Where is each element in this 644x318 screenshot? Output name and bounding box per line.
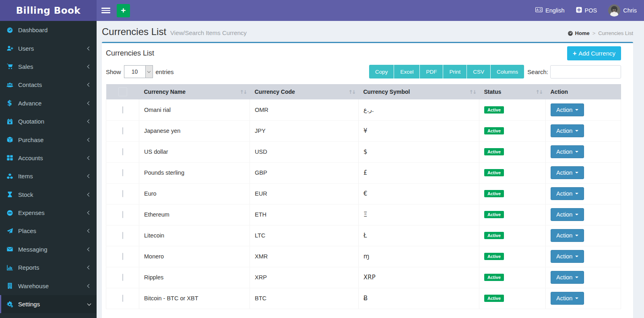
sidebar-item-reports[interactable]: Reports bbox=[0, 258, 97, 277]
row-checkbox[interactable] bbox=[122, 169, 123, 176]
action-dropdown-button[interactable]: Action bbox=[551, 271, 584, 284]
sidebar-item-purchase[interactable]: Purchase bbox=[0, 130, 97, 149]
sidebar-item-expenses[interactable]: Expenses bbox=[0, 204, 97, 222]
sort-icon[interactable]: ↑↓ bbox=[349, 89, 355, 95]
row-select-cell bbox=[106, 204, 139, 225]
currency-name-cell: Ethereum bbox=[139, 204, 250, 225]
copy-export-button[interactable]: Copy bbox=[369, 65, 394, 78]
table-row: RipplesXRPXRPActiveAction bbox=[106, 267, 621, 288]
sidebar-item-contacts[interactable]: Contacts bbox=[0, 76, 97, 94]
add-currency-button[interactable]: + Add Currency bbox=[567, 46, 621, 60]
bar-chart-icon bbox=[6, 264, 13, 271]
caret-down-icon bbox=[575, 130, 578, 132]
chevron-left-icon bbox=[87, 247, 91, 251]
row-checkbox[interactable] bbox=[122, 106, 123, 114]
column-header-currency-code[interactable]: Currency Code↑↓ bbox=[250, 84, 359, 99]
print-export-button[interactable]: Print bbox=[443, 65, 467, 78]
action-dropdown-button[interactable]: Action bbox=[551, 145, 584, 158]
sidebar-item-warehouse[interactable]: Warehouse bbox=[0, 277, 97, 295]
column-header-currency-symbol[interactable]: Currency Symbol↑↓ bbox=[359, 84, 479, 99]
column-label: Currency Name bbox=[144, 89, 186, 95]
avatar bbox=[608, 4, 620, 17]
sidebar-item-quotation[interactable]: Quotation bbox=[0, 112, 97, 130]
users-icon bbox=[6, 82, 13, 88]
language-menu[interactable]: English bbox=[535, 7, 565, 14]
chevron-left-icon bbox=[87, 192, 91, 196]
currency-name-cell: Litecoin bbox=[139, 225, 250, 246]
action-dropdown-button[interactable]: Action bbox=[551, 250, 584, 263]
row-checkbox[interactable] bbox=[122, 253, 123, 260]
caret-down-icon bbox=[575, 277, 578, 278]
sort-icon[interactable]: ↑↓ bbox=[240, 89, 247, 95]
row-select-cell bbox=[106, 141, 139, 162]
page-length-select[interactable]: 10 bbox=[124, 65, 153, 78]
currencies-table: Currency Name↑↓Currency Code↑↓Currency S… bbox=[106, 84, 621, 309]
sidebar-item-accounts[interactable]: Accounts bbox=[0, 149, 97, 167]
user-menu[interactable]: Chris bbox=[608, 4, 637, 17]
table-row: Pounds sterlingGBP£ActiveAction bbox=[106, 162, 621, 183]
sidebar-item-messaging[interactable]: Messaging bbox=[0, 240, 97, 258]
building-icon bbox=[6, 283, 13, 289]
action-dropdown-button[interactable]: Action bbox=[551, 187, 584, 200]
chevron-left-icon bbox=[87, 46, 91, 50]
app-logo[interactable]: Billing Book bbox=[0, 0, 97, 21]
excel-export-button[interactable]: Excel bbox=[394, 65, 420, 78]
dashboard-icon bbox=[6, 27, 13, 33]
column-header-currency-name[interactable]: Currency Name↑↓ bbox=[139, 84, 250, 99]
search-input[interactable] bbox=[550, 65, 621, 78]
sidebar-item-settings[interactable]: Settings bbox=[0, 295, 97, 313]
row-checkbox[interactable] bbox=[122, 127, 123, 134]
column-header-status[interactable]: Status↑↓ bbox=[479, 84, 546, 99]
chevron-left-icon bbox=[87, 83, 91, 87]
quick-add-button[interactable]: + bbox=[117, 4, 130, 17]
breadcrumb: Home > Currencies List bbox=[568, 30, 633, 36]
csv-export-button[interactable]: CSV bbox=[467, 65, 491, 78]
action-dropdown-button[interactable]: Action bbox=[551, 292, 584, 305]
row-select-cell bbox=[106, 183, 139, 204]
sort-icon[interactable]: ↑↓ bbox=[536, 89, 543, 95]
caret-down-icon bbox=[575, 172, 578, 173]
row-checkbox[interactable] bbox=[122, 211, 123, 218]
page-subtitle: View/Search Items Currency bbox=[170, 29, 247, 36]
row-checkbox[interactable] bbox=[122, 295, 123, 302]
sidebar-item-places[interactable]: Places bbox=[0, 222, 97, 240]
sidebar-toggle-icon[interactable] bbox=[101, 8, 110, 13]
sidebar-item-advance[interactable]: $Advance bbox=[0, 94, 97, 112]
row-checkbox[interactable] bbox=[122, 148, 123, 155]
action-cell: Action bbox=[546, 99, 621, 120]
chevron-left-icon bbox=[87, 211, 91, 215]
user-name: Chris bbox=[623, 7, 637, 14]
plus-square-icon bbox=[576, 7, 582, 14]
action-dropdown-button[interactable]: Action bbox=[551, 166, 584, 179]
columns-export-button[interactable]: Columns bbox=[491, 65, 524, 78]
breadcrumb-home[interactable]: Home bbox=[568, 30, 590, 36]
action-dropdown-button[interactable]: Action bbox=[551, 208, 584, 221]
pos-button[interactable]: POS bbox=[576, 7, 597, 14]
sidebar-item-sales[interactable]: Sales bbox=[0, 58, 97, 76]
chevron-left-icon bbox=[87, 174, 91, 178]
row-checkbox[interactable] bbox=[122, 190, 123, 197]
dashboard-icon bbox=[568, 31, 573, 36]
pdf-export-button[interactable]: PDF bbox=[420, 65, 443, 78]
currency-code-cell: GBP bbox=[250, 162, 359, 183]
add-currency-label: Add Currency bbox=[578, 50, 615, 57]
select-all-checkbox[interactable] bbox=[118, 87, 127, 96]
sidebar-item-items[interactable]: Items bbox=[0, 167, 97, 185]
action-dropdown-button[interactable]: Action bbox=[551, 229, 584, 242]
sidebar-item-label: Accounts bbox=[18, 155, 43, 161]
sort-icon[interactable]: ↑↓ bbox=[469, 89, 476, 95]
action-dropdown-button[interactable]: Action bbox=[551, 124, 584, 137]
sidebar-item-stock[interactable]: Stock bbox=[0, 186, 97, 204]
caret-down-icon bbox=[575, 151, 578, 153]
action-cell: Action bbox=[546, 204, 621, 225]
action-dropdown-button[interactable]: Action bbox=[551, 103, 584, 116]
page-title-text: Currencies List bbox=[102, 26, 166, 37]
row-checkbox[interactable] bbox=[122, 274, 123, 281]
sidebar-item-users[interactable]: Users bbox=[0, 39, 97, 57]
table-row: Bitcoin - BTC or XBTBTCɃActiveAction bbox=[106, 288, 621, 309]
currency-name-cell: Bitcoin - BTC or XBT bbox=[139, 288, 250, 309]
breadcrumb-home-label: Home bbox=[575, 30, 590, 36]
row-checkbox[interactable] bbox=[122, 232, 123, 239]
sidebar-item-dashboard[interactable]: Dashboard bbox=[0, 21, 97, 39]
status-cell: Active bbox=[479, 141, 546, 162]
